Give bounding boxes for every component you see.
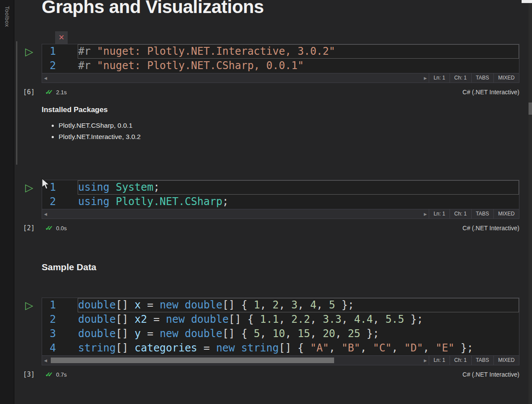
success-check-icon: ✓✓ [45,371,53,378]
code-cell-2: ▷1using System;2using Plotly.NET.CSharp;… [14,180,529,233]
code-text: #r "nuget: Plotly.NET.Interactive, 3.0.2… [78,44,519,59]
execution-time: 0.7s [56,371,67,378]
horizontal-scrollbar[interactable] [49,209,422,219]
code-text: using System; [78,180,519,195]
code-line: 1double[] x = new double[] { 1, 2, 3, 4,… [42,298,519,312]
code-line: 2using Plotly.NET.CSharp; [42,195,519,209]
status-tabs-indicator[interactable]: TABS [471,209,493,219]
kernel-label: C# (.NET Interactive) [463,371,519,378]
page-title: Graphs and Visualizations [42,0,529,17]
horizontal-scrollbar-thumb[interactable] [51,358,334,363]
status-column-indicator[interactable]: Ch: 1 [450,73,471,83]
line-number: 4 [42,341,78,355]
package-item: Plotly.NET.CSharp, 0.0.1 [59,121,529,129]
success-check-icon: ✓✓ [45,88,53,96]
status-encoding-indicator[interactable]: MIXED [493,73,519,83]
code-text: #r "nuget: Plotly.NET.CSharp, 0.0.1" [78,59,519,73]
mouse-cursor [42,178,50,192]
package-item-label: Plotly.NET.CSharp, 0.0.1 [59,122,132,129]
code-line: 3double[] y = new double[] { 5, 10, 15, … [42,327,519,341]
scrollbar-top-corner [522,0,532,3]
editor-statusbar: ◀▶Ln: 1Ch: 1TABSMIXED [42,209,519,219]
code-text: double[] y = new double[] { 5, 10, 15, 2… [78,327,519,341]
execution-count: [6] [23,88,35,96]
scroll-left-arrow-icon[interactable]: ◀ [42,358,49,363]
code-line: 2#r "nuget: Plotly.NET.CSharp, 0.0.1" [42,59,519,73]
line-number: 1 [42,298,78,312]
status-tabs-indicator[interactable]: TABS [471,73,493,83]
success-check-icon: ✓✓ [45,224,53,232]
execution-count: [2] [23,224,35,232]
line-number: 1 [42,44,78,59]
run-cell-button[interactable]: ▷ [25,46,33,57]
execution-time: 0.0s [56,225,67,232]
run-cell-button[interactable]: ▷ [25,300,33,311]
code-text: using Plotly.NET.CSharp; [78,195,519,209]
status-column-indicator[interactable]: Ch: 1 [450,356,471,365]
status-line-indicator[interactable]: Ln: 1 [429,356,450,365]
scroll-left-arrow-icon[interactable]: ◀ [42,212,49,216]
code-cell-1: ✕▷1#r "nuget: Plotly.NET.Interactive, 3.… [14,31,529,97]
toolbox-label[interactable]: Toolbox [4,6,10,27]
scroll-right-arrow-icon[interactable]: ▶ [422,212,429,216]
code-editor[interactable]: 1#r "nuget: Plotly.NET.Interactive, 3.0.… [42,44,519,83]
code-text: double[] x = new double[] { 1, 2, 3, 4, … [78,298,519,312]
execution-info-row: [3]✓✓0.7sC# (.NET Interactive) [23,370,519,379]
notebook-area: Graphs and Visualizations ✕▷1#r "nuget: … [14,0,529,404]
installed-packages-list: Plotly.NET.CSharp, 0.0.1 Plotly.NET.Inte… [42,121,529,141]
toolbox-panel-tab[interactable]: Toolbox [0,0,14,404]
line-number: 2 [42,195,78,209]
scroll-left-arrow-icon[interactable]: ◀ [42,76,49,80]
code-editor[interactable]: 1using System;2using Plotly.NET.CSharp;◀… [42,180,519,219]
status-encoding-indicator[interactable]: MIXED [493,209,519,219]
kernel-label: C# (.NET Interactive) [463,225,519,232]
run-cell-button[interactable]: ▷ [25,182,33,193]
vertical-scrollbar-thumb[interactable] [529,103,532,115]
line-number: 3 [42,327,78,341]
status-column-indicator[interactable]: Ch: 1 [450,209,471,219]
status-encoding-indicator[interactable]: MIXED [493,356,519,365]
scroll-right-arrow-icon[interactable]: ▶ [422,76,429,80]
horizontal-scrollbar[interactable] [49,73,422,83]
package-item-label: Plotly.NET.Interactive, 3.0.2 [59,133,141,140]
scroll-right-arrow-icon[interactable]: ▶ [422,358,429,363]
sample-data-heading: Sample Data [42,262,529,272]
code-line: 1using System; [42,180,519,195]
editor-statusbar: ◀▶Ln: 1Ch: 1TABSMIXED [42,355,519,365]
code-text: string[] categories = new string[] { "A"… [78,341,519,355]
editor-statusbar: ◀▶Ln: 1Ch: 1TABSMIXED [42,73,519,83]
code-line: 4string[] categories = new string[] { "A… [42,341,519,355]
installed-packages-heading: Installed Packages [42,106,529,114]
status-line-indicator[interactable]: Ln: 1 [429,73,450,83]
execution-info-row: [2]✓✓0.0sC# (.NET Interactive) [23,223,519,233]
vertical-scrollbar[interactable] [529,0,532,404]
status-line-indicator[interactable]: Ln: 1 [429,209,450,219]
close-cell-button[interactable]: ✕ [55,31,68,44]
code-editor[interactable]: 1double[] x = new double[] { 1, 2, 3, 4,… [42,298,519,365]
execution-info-row: [6]✓✓2.1sC# (.NET Interactive) [23,87,519,97]
horizontal-scrollbar[interactable] [49,356,422,365]
code-text: double[] x2 = new double[] { 1.1, 2.2, 3… [78,312,519,327]
execution-time: 2.1s [56,89,67,96]
code-line: 1#r "nuget: Plotly.NET.Interactive, 3.0.… [42,44,519,59]
code-cell-3: ▷1double[] x = new double[] { 1, 2, 3, 4… [14,298,529,379]
kernel-label: C# (.NET Interactive) [463,89,519,96]
line-number: 2 [42,312,78,327]
package-item: Plotly.NET.Interactive, 3.0.2 [59,132,529,141]
execution-count: [3] [23,371,35,378]
code-line: 2double[] x2 = new double[] { 1.1, 2.2, … [42,312,519,327]
status-tabs-indicator[interactable]: TABS [471,356,493,365]
line-number: 2 [42,59,78,73]
